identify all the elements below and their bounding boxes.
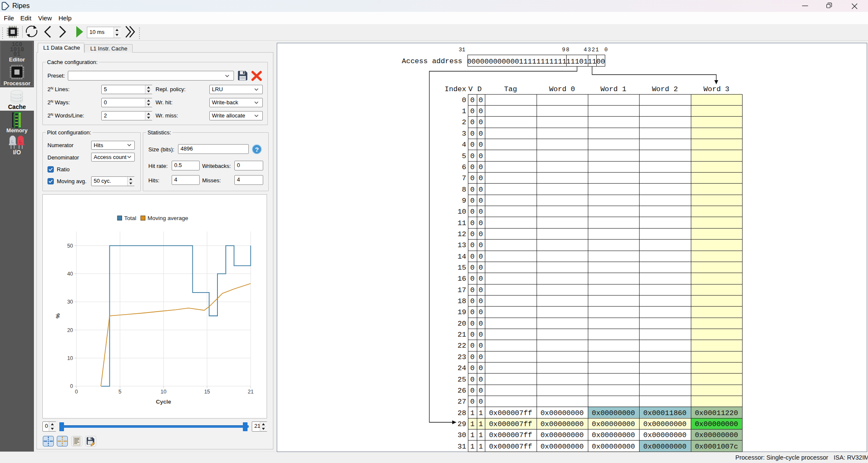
svg-text:10: 10: [458, 208, 466, 216]
svg-text:29: 29: [458, 420, 466, 428]
svg-text:00: 00: [596, 58, 605, 66]
svg-text:0: 0: [479, 320, 483, 328]
svg-text:0: 0: [479, 253, 483, 261]
svg-text:4: 4: [462, 141, 466, 149]
svg-text:0: 0: [470, 308, 475, 316]
svg-text:1: 1: [479, 420, 483, 428]
svg-text:1: 1: [470, 431, 475, 439]
svg-text:13: 13: [458, 241, 466, 249]
svg-text:0: 0: [479, 308, 483, 316]
svg-text:0: 0: [479, 186, 483, 194]
svg-text:0x00011860: 0x00011860: [643, 409, 687, 417]
svg-text:0: 0: [479, 152, 483, 160]
svg-text:0: 0: [470, 186, 475, 194]
svg-text:0: 0: [470, 253, 475, 261]
svg-text:0: 0: [470, 118, 475, 126]
svg-text:1: 1: [479, 409, 483, 417]
svg-text:0: 0: [479, 275, 483, 283]
svg-text:0x00000000: 0x00000000: [540, 409, 584, 417]
svg-text:9: 9: [462, 197, 466, 205]
svg-text:0: 0: [470, 264, 475, 272]
svg-text:0: 0: [462, 96, 466, 104]
svg-text:27: 27: [458, 398, 466, 406]
svg-text:0: 0: [470, 353, 475, 361]
svg-text:Total: Total: [124, 215, 136, 221]
svg-text:Cycle: Cycle: [156, 399, 172, 405]
svg-text:0: 0: [479, 364, 483, 372]
svg-text:0: 0: [479, 107, 483, 115]
svg-text:0: 0: [470, 96, 475, 104]
svg-text:0: 0: [479, 376, 483, 384]
svg-text:0: 0: [479, 208, 483, 216]
svg-text:0: 0: [479, 174, 483, 182]
svg-text:0: 0: [470, 241, 475, 249]
svg-text:24: 24: [458, 364, 466, 372]
svg-text:10: 10: [67, 355, 73, 361]
svg-text:0: 0: [479, 342, 483, 350]
svg-text:0: 0: [479, 96, 483, 104]
svg-text:0: 0: [470, 320, 475, 328]
svg-text:17: 17: [458, 286, 466, 294]
svg-text:Access address: Access address: [402, 57, 462, 65]
svg-text:0: 0: [479, 219, 483, 227]
svg-text:0x0001007c: 0x0001007c: [695, 443, 738, 451]
svg-text:0x000007ff: 0x000007ff: [489, 420, 532, 428]
svg-text:31: 31: [459, 47, 465, 53]
svg-text:1: 1: [462, 107, 466, 115]
svg-text:0x00000000: 0x00000000: [643, 443, 687, 451]
svg-text:0: 0: [470, 342, 475, 350]
svg-text:0: 0: [470, 107, 475, 115]
svg-text:0x00000000: 0x00000000: [643, 420, 687, 428]
svg-text:V: V: [468, 85, 473, 93]
svg-text:00000000000011111111111: 00000000000011111111111: [467, 58, 567, 66]
svg-text:20: 20: [67, 327, 73, 333]
svg-text:10: 10: [161, 389, 167, 395]
svg-text:0x00000000: 0x00000000: [592, 443, 635, 451]
svg-text:0: 0: [470, 275, 475, 283]
svg-text:Word 0: Word 0: [549, 85, 575, 93]
svg-text:0x00000000: 0x00000000: [643, 431, 687, 439]
svg-text:1: 1: [479, 431, 483, 439]
svg-text:0: 0: [479, 241, 483, 249]
svg-text:0: 0: [470, 174, 475, 182]
svg-text:23: 23: [458, 353, 466, 361]
svg-text:0: 0: [470, 398, 475, 406]
svg-text:0x00000000: 0x00000000: [592, 409, 635, 417]
svg-text:Word 2: Word 2: [652, 85, 678, 93]
svg-text:0: 0: [470, 364, 475, 372]
svg-text:0: 0: [479, 141, 483, 149]
svg-text:0: 0: [470, 130, 475, 138]
svg-text:0x00000000: 0x00000000: [540, 431, 584, 439]
svg-text:0: 0: [479, 353, 483, 361]
svg-text:0: 0: [479, 387, 483, 395]
svg-text:3: 3: [462, 130, 466, 138]
svg-text:25: 25: [458, 376, 466, 384]
svg-text:30: 30: [67, 299, 73, 305]
svg-text:14: 14: [458, 253, 466, 261]
svg-text:50: 50: [67, 243, 73, 249]
svg-text:Word 3: Word 3: [704, 85, 729, 93]
svg-text:1: 1: [470, 420, 475, 428]
svg-text:0x00000000: 0x00000000: [592, 420, 635, 428]
svg-text:1: 1: [479, 443, 483, 451]
svg-text:0x000007ff: 0x000007ff: [489, 443, 532, 451]
svg-text:0: 0: [479, 197, 483, 205]
svg-text:Word 1: Word 1: [601, 85, 626, 93]
svg-text:15: 15: [458, 264, 466, 272]
svg-text:21: 21: [458, 331, 466, 339]
svg-text:22: 22: [458, 342, 466, 350]
svg-text:7: 7: [462, 174, 466, 182]
svg-text:11: 11: [458, 219, 466, 227]
svg-text:0: 0: [479, 118, 483, 126]
svg-text:0: 0: [470, 297, 475, 305]
svg-text:21: 21: [248, 389, 253, 395]
svg-text:0x000007ff: 0x000007ff: [489, 409, 532, 417]
svg-text:28: 28: [458, 409, 466, 417]
svg-text:0: 0: [604, 47, 608, 53]
svg-text:30: 30: [458, 431, 466, 439]
svg-text:D: D: [477, 85, 481, 93]
svg-text:9: 9: [562, 47, 565, 53]
svg-text:0: 0: [470, 230, 475, 238]
svg-text:5: 5: [462, 152, 466, 160]
svg-text:3: 3: [588, 47, 591, 53]
